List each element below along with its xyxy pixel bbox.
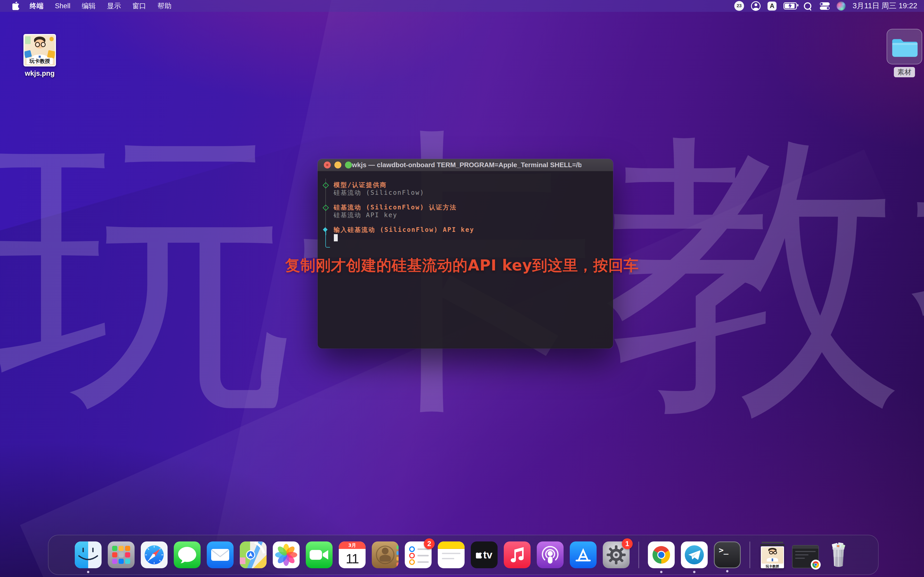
terminal-dock-icon[interactable]: >_ [714, 542, 741, 568]
downloads-stack-icon[interactable]: 玩卡教授 [759, 542, 786, 568]
menu-item-window[interactable]: 窗口 [127, 0, 152, 12]
podcasts-icon[interactable] [537, 542, 564, 568]
safari-icon[interactable] [141, 542, 168, 568]
desktop-folder-label: 素材 [894, 67, 915, 77]
terminal-window[interactable]: wkjs — clawdbot-onboard TERM_PROGRAM=App… [318, 159, 613, 348]
terminal-glyph: >_ [719, 545, 729, 567]
menu-item-view[interactable]: 显示 [101, 0, 127, 12]
desktop-file-label: wkjs.png [25, 69, 55, 77]
prompt-section-title: 模型/认证提供商 [334, 181, 387, 189]
wkjs-image-caption: 玩卡教授 [27, 58, 53, 64]
mail-icon[interactable] [207, 542, 234, 568]
maps-icon[interactable] [240, 542, 267, 568]
menu-bar: 终端 Shell 编辑 显示 窗口 帮助 23 A 3月11日 周三 19:22 [0, 0, 924, 12]
zoom-button[interactable] [345, 161, 352, 168]
reminders-icon[interactable]: 2 [405, 542, 431, 568]
terminal-titlebar[interactable]: wkjs — clawdbot-onboard TERM_PROGRAM=App… [318, 159, 613, 171]
contacts-icon[interactable] [372, 542, 399, 568]
terminal-window-title: wkjs — clawdbot-onboard TERM_PROGRAM=App… [352, 161, 582, 169]
finder-icon[interactable] [75, 542, 102, 568]
settings-badge: 1 [622, 538, 633, 549]
folder-selection-highlight [887, 29, 922, 64]
notification-badge-icon[interactable]: 23 [734, 1, 744, 11]
chrome-icon[interactable] [648, 542, 675, 568]
menu-item-terminal[interactable]: 终端 [24, 0, 49, 12]
prompt-section-answer: 硅基流动 (SiliconFlow) [334, 189, 424, 197]
menu-bar-clock[interactable]: 3月11日 周三 19:22 [853, 1, 917, 11]
active-prompt-corner [325, 235, 330, 248]
desktop-file-wkjs[interactable]: 玩卡教授 wkjs.png [22, 34, 58, 77]
menu-bar-left: 终端 Shell 编辑 显示 窗口 帮助 [0, 0, 177, 12]
messages-icon[interactable] [174, 542, 200, 568]
window-controls [324, 161, 352, 168]
photos-icon[interactable] [273, 542, 300, 568]
step-active-diamond-icon [323, 227, 328, 232]
trash-icon[interactable] [825, 542, 852, 568]
menu-item-shell[interactable]: Shell [49, 0, 76, 12]
desktop-folder-sucai[interactable]: 素材 [887, 29, 922, 77]
system-settings-icon[interactable]: 1 [603, 542, 630, 568]
launchpad-icon[interactable] [108, 542, 134, 568]
prompt-section-answer: 硅基流动 API key [334, 211, 397, 219]
wkjs-image-thumbnail: 玩卡教授 [23, 34, 56, 66]
input-source-icon[interactable]: A [767, 2, 777, 11]
appletv-icon[interactable]: tv [471, 542, 498, 568]
calendar-month-label: 3月 [339, 542, 365, 549]
active-prompt-line [325, 232, 326, 235]
notes-icon[interactable] [438, 542, 465, 568]
menu-item-help[interactable]: 帮助 [152, 0, 177, 12]
music-icon[interactable] [504, 542, 531, 568]
folder-icon [891, 34, 918, 59]
spotlight-search-icon[interactable] [804, 2, 811, 10]
text-cursor [334, 234, 338, 241]
stack-caption: 玩卡教授 [762, 564, 783, 569]
close-button[interactable] [324, 161, 331, 168]
minimize-button[interactable] [334, 161, 341, 168]
menu-item-edit[interactable]: 编辑 [76, 0, 101, 12]
reminders-badge: 2 [424, 538, 435, 549]
prompt-section-title: 硅基流动 (SiliconFlow) 认证方法 [334, 203, 457, 211]
chrome-badge-icon [811, 559, 821, 570]
tutorial-annotation-text: 复制刚才创建的硅基流动的API key到这里，按回车 [285, 256, 639, 276]
telegram-icon[interactable] [681, 542, 708, 568]
apple-menu-icon[interactable] [10, 2, 24, 10]
account-icon[interactable] [751, 1, 761, 11]
prompt-active-title: 输入硅基流动 (SiliconFlow) API key [334, 226, 474, 234]
dock: 3月 11 2 tv 1 >_ [48, 535, 879, 575]
appstore-icon[interactable] [570, 542, 596, 568]
battery-charging-icon[interactable] [783, 2, 797, 10]
calendar-icon[interactable]: 3月 11 [339, 542, 365, 568]
facetime-icon[interactable] [306, 542, 333, 568]
control-center-icon[interactable] [820, 2, 830, 10]
calendar-day-label: 11 [339, 549, 365, 568]
terminal-title-area: wkjs — clawdbot-onboard TERM_PROGRAM=App… [349, 161, 582, 169]
step-done-diamond-icon [323, 182, 329, 188]
siri-icon[interactable] [837, 2, 846, 11]
minimized-chrome-window[interactable] [792, 542, 819, 568]
step-done-diamond-icon [323, 205, 329, 211]
appletv-label: tv [483, 549, 493, 561]
menu-bar-status: 23 A 3月11日 周三 19:22 [734, 1, 924, 11]
dock-divider [750, 542, 750, 568]
dock-divider [638, 542, 639, 568]
